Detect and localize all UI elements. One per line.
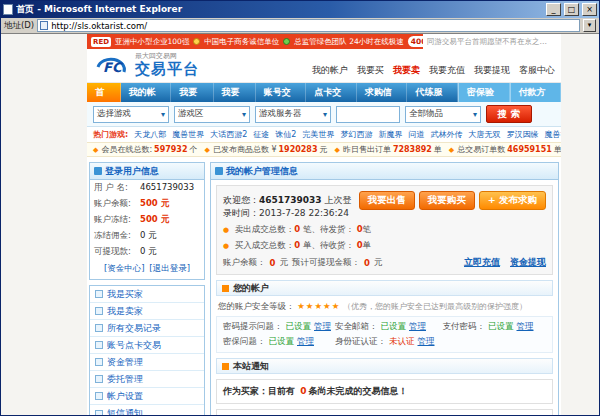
site-logo[interactable]: FC 最大回交易网 交易平台	[93, 53, 199, 79]
quicknav-service[interactable]: 客服中心	[519, 64, 555, 77]
maximize-button[interactable]: □	[564, 3, 579, 16]
quicknav-buy[interactable]: 我要买	[357, 64, 384, 77]
search-button[interactable]: 搜 索	[486, 105, 532, 123]
hot-game-link[interactable]: 天龙八部	[134, 129, 166, 140]
seller-notice: 作为卖家：目前有 0条尚未完成的交易信息！	[216, 409, 553, 415]
username-row: 用 户 名: 4651739033	[90, 180, 204, 196]
login-info-header: 登录用户信息	[90, 163, 204, 180]
folder-icon	[95, 358, 103, 366]
hot-game-link[interactable]: 新魔界	[378, 129, 402, 140]
tab-powerleveling[interactable]: 代练服务	[407, 83, 458, 102]
tab-wanted[interactable]: 求购信息	[357, 83, 408, 102]
hot-game-link[interactable]: 梦幻西游	[340, 129, 372, 140]
withdraw-link[interactable]: 资金提现	[510, 256, 546, 269]
tab-sell[interactable]: 我要卖	[214, 83, 256, 102]
tab-buy[interactable]: 我要买	[171, 83, 213, 102]
frozen-row: 账户冻结: 500 元	[90, 212, 204, 228]
manage-link[interactable]: 管理	[409, 321, 426, 333]
tab-card-trade[interactable]: 点卡交易	[306, 83, 357, 102]
manage-link[interactable]: 管理	[517, 321, 534, 333]
address-input[interactable]: http://sls.oktarist.com/	[37, 19, 580, 32]
page-icon	[3, 4, 13, 15]
folder-icon	[95, 375, 103, 383]
sidebar: 登录用户信息 用 户 名: 4651739033 账户余额: 500 元	[89, 162, 205, 415]
folder-icon	[95, 392, 103, 400]
main-nav: 首页 我的帐户 我要买 我要卖 账号交易 点卡交易 求购信息 代练服务 密保验证…	[87, 83, 561, 102]
tab-security-verify[interactable]: 密保验证	[458, 83, 510, 102]
sidebar-item-trade-records[interactable]: 所有交易记录	[90, 320, 204, 337]
close-button[interactable]: ×	[582, 3, 597, 16]
badge-text-2: 中国电子商务诚信单位	[204, 37, 279, 47]
account-panel-header: 我的帐户管理信息	[211, 163, 558, 180]
tab-my-account[interactable]: 我的帐户	[121, 83, 172, 102]
folder-icon	[95, 341, 103, 349]
welcome-username: 4651739033	[259, 195, 322, 205]
quick-nav: 我的帐户 我要买 我要卖 我要充值 我要提现 客服中心	[312, 54, 555, 77]
sidebar-item-delegation[interactable]: 委托管理	[90, 371, 204, 388]
sidebar-item-account-card-trade[interactable]: 账号点卡交易	[90, 337, 204, 354]
game-select[interactable]: 选择游戏	[93, 106, 169, 123]
browser-window: 首页 - Microsoft Internet Explorer _ □ × 地…	[0, 0, 600, 416]
section-icon	[222, 285, 229, 292]
sidebar-item-sms-notice[interactable]: 短信通知	[90, 405, 204, 415]
minimize-button[interactable]: _	[546, 3, 561, 16]
sidebar-item-fund-management[interactable]: 资金管理	[90, 354, 204, 371]
login-info-body: 用 户 名: 4651739033 账户余额: 500 元 账户冻结: 500 …	[90, 180, 204, 279]
header: FC 最大回交易网 交易平台 我的帐户 我要买 我要卖 我要充值 我要提现 客服…	[87, 49, 561, 83]
hot-game-link[interactable]: 完美世界	[302, 129, 334, 140]
server-select[interactable]: 游戏服务器	[255, 106, 331, 123]
hot-game-link[interactable]: 大唐无双	[468, 129, 500, 140]
region-select[interactable]: 游戏区	[174, 106, 250, 123]
hot-game-link[interactable]: 问道	[408, 129, 424, 140]
hot-game-link[interactable]: 武林外传	[430, 129, 462, 140]
hot-game-link[interactable]: 罗汉因缘	[506, 129, 538, 140]
security-stars: ★★★★★	[297, 301, 340, 311]
hot-game-link[interactable]: 魔兽世界	[172, 129, 204, 140]
sidebar-item-buyer[interactable]: 我是买家	[90, 286, 204, 303]
hot-game-link[interactable]: 魔兽世界(台服)	[544, 129, 561, 140]
window-title: 首页 - Microsoft Internet Explorer	[16, 3, 543, 16]
tab-payment-methods[interactable]: 付款方式	[510, 83, 562, 102]
search-bar: 选择游戏 游戏区 游戏服务器 全部物品 搜 索	[87, 102, 561, 127]
hot-game-link[interactable]: 大话西游2	[210, 129, 247, 140]
site-notice-header: 本站通知	[216, 358, 553, 374]
buy-button[interactable]: 我要购买	[419, 191, 475, 210]
welcome-line: 欢迎您：4651739033 上次登录时间：2013-7-28 22:36:24	[223, 191, 359, 220]
stat-yesterday-orders: 昨日售出订单7283892单	[335, 144, 442, 155]
quicknav-recharge[interactable]: 我要充值	[429, 64, 465, 77]
hot-game-link[interactable]: 征途	[253, 129, 269, 140]
balance-line: 账户余额：0 元 预计可提现金额：0 元 立即充值 资金提现	[223, 256, 546, 269]
folder-icon	[95, 410, 103, 416]
tab-home[interactable]: 首页	[87, 83, 121, 102]
recharge-link[interactable]: 立即充值	[464, 256, 500, 269]
sidebar-item-account-settings[interactable]: 帐户设置	[90, 388, 204, 405]
site-stats-row: 会员在线总数:597932个 已发布商品总数 ¥1920283元 昨日售出订单7…	[87, 142, 561, 157]
quicknav-my-account[interactable]: 我的帐户	[312, 64, 348, 77]
withdrawable-row: 可提现款: 0 元	[90, 244, 204, 260]
manage-link[interactable]: 管理	[297, 336, 314, 348]
sidebar-item-seller[interactable]: 我是卖家	[90, 303, 204, 320]
manage-link[interactable]: 管理	[418, 336, 435, 348]
login-info-panel: 登录用户信息 用 户 名: 4651739033 账户余额: 500 元	[89, 162, 205, 280]
bought-summary-line: 买入成交总数：0 单、待收货： 0单	[223, 240, 546, 252]
badge-text-1: 亚洲中小型企业100强	[115, 37, 189, 47]
quicknav-sell[interactable]: 我要卖	[393, 64, 420, 77]
action-buttons: 我要出售 我要购买 + 发布求购	[359, 191, 546, 210]
hot-game-link[interactable]: 诛仙2	[275, 129, 296, 140]
content-area: 登录用户信息 用 户 名: 4651739033 账户余额: 500 元	[87, 157, 561, 415]
post-wanted-button[interactable]: + 发布求购	[479, 191, 546, 210]
sell-button[interactable]: 我要出售	[359, 191, 415, 210]
item-type-select[interactable]: 全部物品	[405, 106, 481, 123]
buyer-notice: 作为买家：目前有 0条尚未完成的交易信息！	[216, 379, 553, 404]
keyword-input[interactable]	[336, 106, 400, 123]
quicknav-withdraw[interactable]: 我要提现	[474, 64, 510, 77]
login-links: [资金中心] [退出登录]	[90, 260, 204, 279]
fund-center-link[interactable]: [资金中心]	[104, 263, 145, 273]
address-dropdown-icon[interactable]: ▾	[583, 19, 596, 32]
folder-icon	[95, 290, 103, 298]
logout-link[interactable]: [退出登录]	[149, 263, 190, 273]
security-item-pay-password: 支付密码： 已设置 管理	[443, 321, 547, 333]
login-info-title: 登录用户信息	[105, 165, 159, 178]
tab-account-trade[interactable]: 账号交易	[256, 83, 307, 102]
manage-link[interactable]: 管理	[314, 321, 331, 333]
